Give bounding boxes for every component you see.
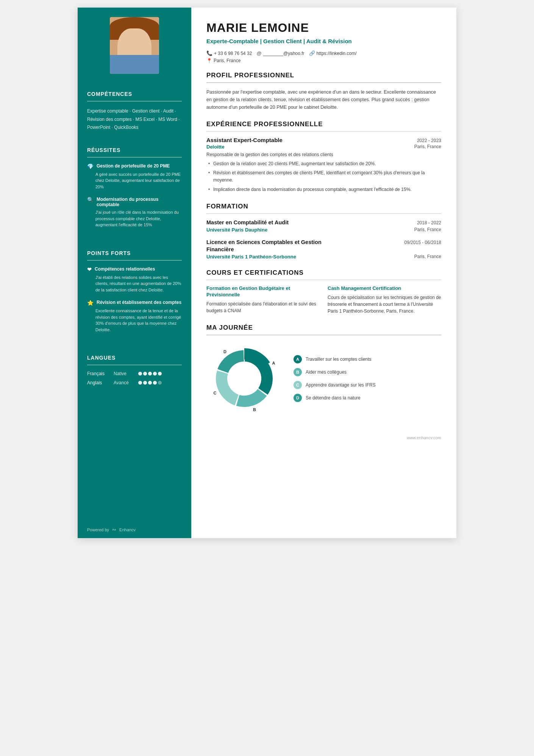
points-forts-item-2-header: ⭐ Révision et établissement des comptes bbox=[87, 300, 182, 306]
reussites-item-2-desc: J'ai joué un rôle clé dans la modernisat… bbox=[87, 209, 182, 228]
cours-section: COURS ET CERTIFICATIONS Formation en Ges… bbox=[206, 269, 441, 315]
profil-section: PROFIL PROFESSIONNEL Passionnée par l'ex… bbox=[206, 72, 441, 111]
profil-divider bbox=[206, 82, 441, 83]
svg-text:C: C bbox=[214, 391, 217, 395]
points-forts-title: POINTS FORTS bbox=[87, 250, 182, 256]
reussites-divider bbox=[87, 157, 182, 158]
course-desc-2: Cours de spécialisation sur les techniqu… bbox=[328, 294, 441, 315]
reussites-section: RÉUSSITES 💎 Gestion de portefeuille de 2… bbox=[78, 139, 191, 243]
dot bbox=[143, 381, 147, 385]
lang-name-anglais: Anglais bbox=[87, 380, 114, 385]
journee-divider bbox=[206, 335, 441, 335]
points-forts-item-1-header: ❤ Compétences relationnelles bbox=[87, 266, 182, 272]
exp-location: Paris, France bbox=[414, 144, 441, 150]
points-forts-item-2-desc: Excellente connaissance de la tenue et d… bbox=[87, 308, 182, 333]
edu-dates-2: 09/2015 - 06/2018 bbox=[404, 240, 441, 245]
edu-loc-2: Paris, France bbox=[414, 254, 441, 260]
edu-degree-1: Master en Comptabilité et Audit bbox=[206, 219, 289, 226]
heart-icon: ❤ bbox=[87, 266, 92, 272]
lang-level-francais: Native bbox=[114, 371, 138, 376]
journee-section: MA JOURNÉE bbox=[206, 324, 441, 416]
edu-header-2: Licence en Sciences Comptables et Gestio… bbox=[206, 239, 441, 253]
edu-header-1: Master en Comptabilité et Audit 2018 - 2… bbox=[206, 219, 441, 226]
course-title-1: Formation en Gestion Budgétaire et Prévi… bbox=[206, 285, 320, 298]
legend-badge-b: B bbox=[294, 368, 302, 376]
legend-badge-a: A bbox=[294, 355, 302, 363]
langues-section: LANGUES Français Native Anglais Avancé bbox=[78, 347, 191, 397]
formation-title: FORMATION bbox=[206, 203, 441, 210]
contact-linkedin[interactable]: 🔗 https://linkedin.com/ bbox=[309, 50, 357, 56]
svg-text:A: A bbox=[272, 361, 275, 365]
contact-email: @ ________@yahoo.fr bbox=[256, 50, 304, 56]
sidebar: COMPÉTENCES Expertise comptable · Gestio… bbox=[78, 8, 191, 538]
course-title-2: Cash Management Certification bbox=[328, 285, 441, 292]
dot-empty bbox=[158, 381, 162, 385]
course-item-1: Formation en Gestion Budgétaire et Prévi… bbox=[206, 285, 320, 315]
enhancv-logo-icon: ∾ bbox=[112, 527, 116, 532]
points-forts-section: POINTS FORTS ❤ Compétences relationnelle… bbox=[78, 243, 191, 347]
email-icon: @ bbox=[256, 50, 261, 56]
edu-school-1: Université Paris Dauphine bbox=[206, 227, 267, 233]
langues-divider bbox=[87, 365, 182, 365]
legend-text-a: Travailler sur les comptes clients bbox=[306, 357, 372, 362]
diamond-icon: 💎 bbox=[87, 163, 94, 169]
contact-phone: 📞 + 33 6 98 76 54 32 bbox=[206, 50, 252, 56]
edu-degree-2: Licence en Sciences Comptables et Gestio… bbox=[206, 239, 347, 253]
edu-school-row-1: Université Paris Dauphine Paris, France bbox=[206, 227, 441, 233]
dot bbox=[138, 381, 142, 385]
points-forts-item-1-desc: J'ai établi des relations solides avec l… bbox=[87, 274, 182, 293]
dot bbox=[148, 381, 152, 385]
cours-divider bbox=[206, 280, 441, 280]
avatar bbox=[110, 17, 159, 74]
profil-text: Passionnée par l'expertise comptable, av… bbox=[206, 88, 441, 111]
main-footer: www.enhancv.com bbox=[206, 432, 441, 440]
legend-item-c: C Apprendre davantage sur les IFRS bbox=[294, 381, 441, 389]
cours-title: COURS ET CERTIFICATIONS bbox=[206, 269, 441, 277]
dot bbox=[153, 381, 157, 385]
journee-title: MA JOURNÉE bbox=[206, 324, 441, 332]
points-forts-item-2: ⭐ Révision et établissement des comptes … bbox=[87, 300, 182, 333]
edu-loc-1: Paris, France bbox=[414, 227, 441, 233]
legend-text-c: Apprendre davantage sur les IFRS bbox=[306, 382, 376, 388]
exp-dates: 2022 - 2023 bbox=[417, 138, 441, 143]
lang-dots-anglais bbox=[138, 381, 162, 385]
exp-bullet-2: Révision et établissement des comptes de… bbox=[206, 169, 441, 184]
legend-badge-d: D bbox=[294, 394, 302, 402]
exp-job-header: Assistant Expert-Comptable 2022 - 2023 bbox=[206, 137, 441, 143]
competences-divider bbox=[87, 101, 182, 102]
points-forts-item-1: ❤ Compétences relationnelles J'ai établi… bbox=[87, 266, 182, 293]
phone-icon: 📞 bbox=[206, 50, 212, 56]
reussites-item-2-header: 🔍 Modernisation du processus comptable bbox=[87, 197, 182, 207]
exp-job-title: Assistant Expert-Comptable bbox=[206, 137, 283, 143]
exp-bullet-1: Gestion de la relation avec 20 clients P… bbox=[206, 160, 441, 167]
courses-grid: Formation en Gestion Budgétaire et Prévi… bbox=[206, 285, 441, 315]
experience-divider bbox=[206, 131, 441, 132]
experience-title: EXPÉRIENCE PROFESSIONNELLE bbox=[206, 121, 441, 128]
dot bbox=[158, 372, 162, 376]
photo-area bbox=[78, 8, 191, 83]
powered-by-label: Powered by bbox=[87, 527, 109, 532]
contact-row: 📞 + 33 6 98 76 54 32 @ ________@yahoo.fr… bbox=[206, 50, 441, 56]
edu-school-row-2: Université Paris 1 Panthéon-Sorbonne Par… bbox=[206, 254, 441, 260]
exp-company-row: Deloitte Paris, France bbox=[206, 144, 441, 150]
competences-title: COMPÉTENCES bbox=[87, 91, 182, 97]
enhancv-brand: Enhancv bbox=[119, 527, 136, 532]
skills-text: Expertise comptable · Gestion client · A… bbox=[87, 107, 182, 132]
course-desc-1: Formation spécialisée dans l'élaboration… bbox=[206, 301, 320, 314]
reussites-item-1-header: 💎 Gestion de portefeuille de 20 PME bbox=[87, 163, 182, 169]
exp-desc: Responsable de la gestion des comptes et… bbox=[206, 152, 441, 157]
competences-section: COMPÉTENCES Expertise comptable · Gestio… bbox=[78, 83, 191, 139]
lang-dots-francais bbox=[138, 372, 162, 376]
location-icon: 📍 bbox=[206, 58, 212, 63]
legend-badge-c: C bbox=[294, 381, 302, 389]
points-forts-divider bbox=[87, 260, 182, 261]
journee-legend: A Travailler sur les comptes clients B A… bbox=[294, 355, 441, 402]
course-item-2: Cash Management Certification Cours de s… bbox=[328, 285, 441, 315]
legend-item-b: B Aider mes collègues bbox=[294, 368, 441, 376]
experience-section: EXPÉRIENCE PROFESSIONNELLE Assistant Exp… bbox=[206, 121, 441, 193]
edu-item-2: Licence en Sciences Comptables et Gestio… bbox=[206, 239, 441, 260]
website-url: www.enhancv.com bbox=[407, 435, 441, 440]
lang-level-anglais: Avancé bbox=[114, 380, 138, 385]
journee-content: ABCD A Travailler sur les comptes client… bbox=[206, 341, 441, 416]
dot bbox=[138, 372, 142, 376]
